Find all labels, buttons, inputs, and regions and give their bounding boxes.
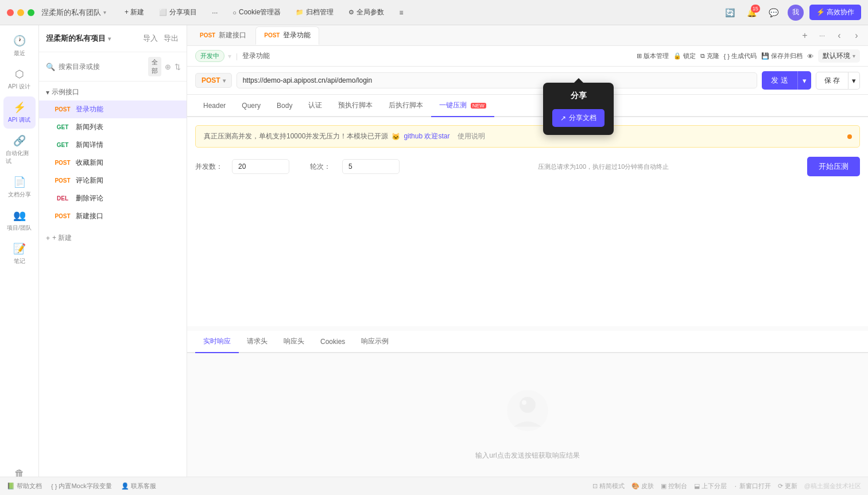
req-tab-stress-test[interactable]: 一键压测 NEW: [431, 95, 494, 117]
import-btn[interactable]: 导入: [142, 32, 159, 45]
refresh-btn[interactable]: 🔄: [722, 5, 738, 21]
tree-item-news-list[interactable]: GET 新闻列表: [39, 118, 187, 136]
toolbar: 开发中 ▾ | 登录功能 ⊞ 版本管理 🔒 锁定 ⧉ 克隆 {: [187, 46, 868, 67]
messages-btn[interactable]: 💬: [766, 5, 782, 21]
new-tag: NEW: [471, 103, 486, 109]
save-archive-btn[interactable]: 💾 保存并归档: [761, 52, 803, 60]
sidebar-item-team[interactable]: 👥 项目/团队: [3, 204, 36, 237]
skin-btn[interactable]: 🎨 皮肤: [631, 482, 654, 490]
req-tab-post-script[interactable]: 后执行脚本: [381, 95, 431, 117]
env-badge[interactable]: 开发中: [195, 50, 224, 62]
tab-bar: POST 新建接口 POST 登录功能 + ··· ‹ ›: [187, 25, 868, 46]
sidebar-item-api-debug[interactable]: ⚡ API 调试: [3, 96, 36, 129]
more-tabs-btn[interactable]: ···: [815, 29, 829, 42]
tree-item-login[interactable]: POST 登录功能: [39, 100, 187, 118]
round-input[interactable]: [342, 159, 400, 174]
panel-title[interactable]: 涅柔斯的私有项目 ▾: [46, 33, 111, 44]
gen-code-btn[interactable]: { } 生成代码: [724, 52, 757, 60]
save-dropdown-btn[interactable]: ▾: [848, 72, 860, 90]
concurrent-input[interactable]: [232, 159, 289, 174]
start-stress-btn[interactable]: 开始压测: [807, 157, 860, 176]
cookie-manager-btn[interactable]: ○ Cookie管理器: [228, 5, 285, 20]
method-post-badge-4: POST: [53, 213, 72, 219]
add-new-btn[interactable]: + + 新建: [39, 227, 187, 249]
api-name-link[interactable]: 登录功能: [242, 51, 270, 61]
svg-point-1: [520, 397, 536, 413]
share-doc-btn[interactable]: ↗ 分享文档: [552, 109, 604, 127]
archive-btn[interactable]: 📁 归档管理: [291, 5, 338, 20]
req-tab-query[interactable]: Query: [234, 96, 269, 117]
watermark: @稿土掘金技术社区: [804, 482, 861, 490]
sidebar-item-recent[interactable]: 🕐 最近: [3, 30, 36, 62]
tree-item-delete-comment[interactable]: DEL 删除评论: [39, 190, 187, 207]
save-btn[interactable]: 保 存: [816, 72, 848, 90]
stress-hint: 压测总请求为100，执行超过10分钟将自动终止: [409, 163, 798, 171]
req-tab-body[interactable]: Body: [269, 96, 300, 117]
clone-btn[interactable]: ⧉ 克隆: [700, 52, 719, 60]
export-btn[interactable]: 导出: [162, 32, 180, 45]
prev-tab-btn[interactable]: ‹: [832, 29, 846, 42]
usage-link[interactable]: 使用说明: [458, 132, 485, 141]
resp-tab-cookies[interactable]: Cookies: [312, 332, 353, 353]
req-tab-pre-script[interactable]: 预执行脚本: [330, 95, 381, 117]
collab-btn[interactable]: ⚡ 高效协作: [809, 5, 861, 20]
sidebar-item-doc-share[interactable]: 📄 文档分享: [3, 171, 36, 203]
resp-tab-realtime[interactable]: 实时响应: [195, 331, 239, 353]
sidebar-item-api-design[interactable]: ⬡ API 设计: [3, 63, 36, 95]
share-project-btn[interactable]: ⬜ 分享项目: [154, 5, 202, 20]
app-title[interactable]: 涅柔斯的私有团队 ▾: [41, 7, 106, 18]
lock-btn[interactable]: 🔒 锁定: [673, 52, 696, 60]
search-icon: 🔍: [46, 63, 55, 71]
sidebar-item-notes[interactable]: 📝 笔记: [3, 238, 36, 270]
notifications-btn[interactable]: 🔔 15: [744, 5, 760, 21]
filter-icon[interactable]: ⊕: [165, 63, 171, 71]
sidebar-item-auto-test[interactable]: 🔗 自动化测试: [3, 130, 36, 170]
global-params-btn[interactable]: ⚙ 全局参数: [344, 5, 389, 20]
icon-nav: 🕐 最近 ⬡ API 设计 ⚡ API 调试 🔗 自动化测试 📄 文档分享 👥 …: [0, 25, 39, 495]
notice-text: 真正压测高并发，单机支持10000并发无压力！本模块已开源: [204, 132, 388, 141]
method-select[interactable]: POST ▾: [195, 73, 232, 88]
bottom-bar: 📗 帮助文档 { } 内置Mock字段变量 👤 联系客服 ⊡ 精简模式 🎨 皮肤: [187, 477, 868, 495]
avatar[interactable]: 我: [788, 5, 804, 21]
minimize-window-btn[interactable]: [17, 9, 24, 16]
tab-new-api[interactable]: POST 新建接口: [192, 26, 254, 45]
filter-badge[interactable]: 全部: [148, 57, 161, 76]
tree-item-new-api[interactable]: POST 新建接口: [39, 207, 187, 225]
tree-item-collect-news[interactable]: POST 收藏新闻: [39, 154, 187, 172]
empty-state: 输入url点击发送按钮获取响应结果: [187, 353, 868, 495]
new-btn[interactable]: + 新建: [120, 5, 149, 20]
version-mgmt-btn[interactable]: ⊞ 版本管理: [637, 52, 669, 60]
github-link[interactable]: github 欢迎star: [404, 132, 450, 141]
console-btn[interactable]: ▣ 控制台: [661, 482, 687, 490]
split-btn[interactable]: ⬓ 上下分层: [694, 482, 727, 490]
sort-icon[interactable]: ⇅: [175, 63, 181, 71]
example-section-label[interactable]: ▾ 示例接口: [39, 84, 187, 100]
add-tab-btn[interactable]: +: [798, 29, 812, 42]
resp-tab-resp-headers[interactable]: 响应头: [276, 331, 312, 353]
tree-item-comment-news[interactable]: POST 评论新闻: [39, 172, 187, 190]
send-dropdown-btn[interactable]: ▾: [797, 71, 811, 90]
req-tab-auth[interactable]: 认证: [300, 95, 330, 117]
update-btn[interactable]: ⟳ 更新: [778, 482, 797, 490]
close-window-btn[interactable]: [7, 9, 14, 16]
menu-btn[interactable]: ≡: [394, 5, 408, 20]
req-tab-header[interactable]: Header: [195, 96, 234, 117]
more-btn[interactable]: ···: [207, 5, 222, 20]
maximize-window-btn[interactable]: [28, 9, 34, 16]
share-popup: 分享 ↗ 分享文档: [543, 78, 614, 135]
url-input[interactable]: [237, 72, 757, 88]
next-tab-btn[interactable]: ›: [850, 29, 863, 42]
method-get-badge-2: GET: [53, 142, 72, 148]
send-btn[interactable]: 发 送: [762, 71, 797, 90]
concise-mode-btn[interactable]: ⊡ 精简模式: [592, 482, 625, 490]
api-debug-icon: ⚡: [13, 101, 26, 114]
env-select[interactable]: 默认环境 ▾: [818, 49, 860, 63]
new-window-btn[interactable]: ⬝ 新窗口打开: [734, 482, 771, 490]
tree-item-news-detail[interactable]: GET 新闻详情: [39, 136, 187, 154]
main-body: 真正压测高并发，单机支持10000并发无压力！本模块已开源 🐱 github 欢…: [187, 117, 868, 326]
search-input[interactable]: [59, 63, 145, 71]
resp-tab-req-headers[interactable]: 请求头: [239, 331, 276, 353]
tab-login[interactable]: POST 登录功能: [255, 26, 319, 45]
view-btn[interactable]: 👁: [807, 53, 813, 60]
resp-tab-resp-example[interactable]: 响应示例: [353, 331, 397, 353]
